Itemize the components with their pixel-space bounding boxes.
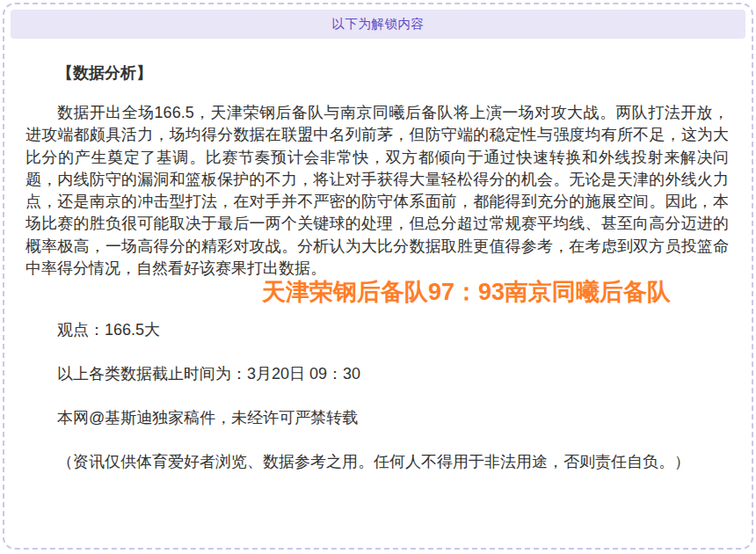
data-cutoff-line: 以上各类数据截止时间为：3月20日 09：30: [25, 363, 729, 385]
unlock-banner-text: 以下为解锁内容: [332, 16, 425, 33]
analysis-paragraph: 数据开出全场166.5，天津荣钢后备队与南京同曦后备队将上演一场对攻大战。两队打…: [25, 102, 729, 280]
score-highlight: 天津荣钢后备队97：93南京同曦后备队: [262, 278, 729, 306]
article-content: 【数据分析】 数据开出全场166.5，天津荣钢后备队与南京同曦后备队将上演一场对…: [4, 62, 752, 473]
unlock-banner: 以下为解锁内容: [11, 10, 745, 39]
copyright-line: 本网@基斯迪独家稿件，未经许可严禁转载: [25, 407, 729, 429]
unlocked-content-card: 以下为解锁内容 【数据分析】 数据开出全场166.5，天津荣钢后备队与南京同曦后…: [3, 3, 753, 550]
viewpoint-line: 观点：166.5大: [25, 319, 729, 341]
disclaimer-line: （资讯仅供体育爱好者浏览、数据参考之用。任何人不得用于非法用途，否则责任自负。）: [25, 451, 729, 473]
section-title: 【数据分析】: [25, 62, 729, 84]
